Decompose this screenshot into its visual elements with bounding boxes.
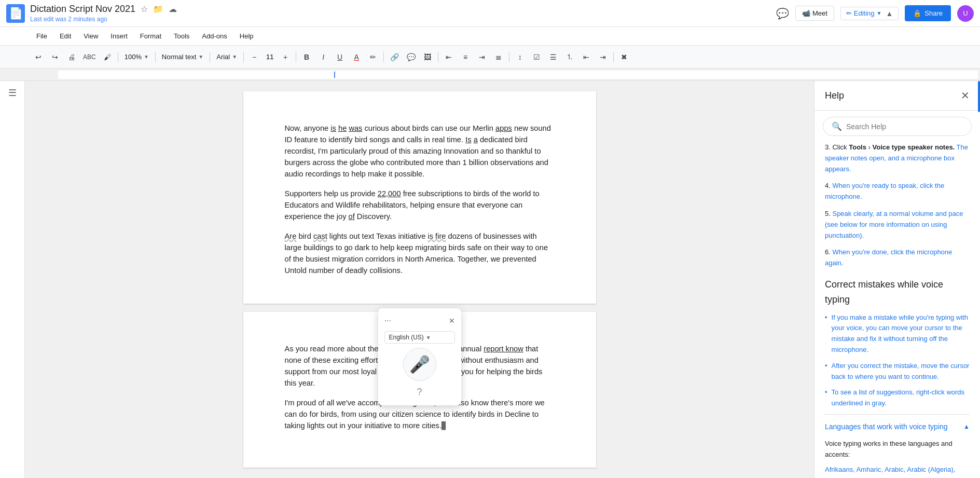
spell-check-button[interactable]: ABC [81, 50, 98, 64]
align-left-button[interactable]: ⇤ [441, 50, 456, 64]
app-logo[interactable]: 📄 [6, 4, 25, 23]
main-layout: ☰ Now, anyone is he was curious about bi… [0, 81, 980, 478]
help-header: Help ✕ [815, 81, 980, 111]
menu-file[interactable]: File [31, 30, 52, 42]
help-bullet-3-text: To see a list of suggestions, right-clic… [832, 387, 970, 409]
languages-list: Afrikaans, Amharic, Arabic, Arabic (Alge… [825, 465, 970, 478]
underline-button[interactable]: U [333, 50, 347, 64]
help-search-input[interactable] [846, 122, 963, 131]
style-value: Normal text [162, 53, 196, 61]
page1-para1[interactable]: Now, anyone is he was curious about bird… [285, 122, 555, 180]
comment-button[interactable]: 💬 [776, 7, 789, 20]
menu-tools[interactable]: Tools [169, 30, 195, 42]
print-button[interactable]: 🖨 [64, 50, 79, 64]
bold-button[interactable]: B [299, 50, 314, 64]
avatar[interactable]: U [957, 5, 974, 22]
languages-chevron-icon: ▲ [963, 422, 970, 432]
help-step-4: 4. When you're ready to speak, click the… [825, 181, 970, 202]
menu-addons[interactable]: Add-ons [197, 30, 232, 42]
toolbar-sep-8 [509, 52, 509, 62]
bullet-list-button[interactable]: ☰ [546, 50, 560, 64]
microphone-button[interactable]: 🎤 [403, 348, 436, 381]
voice-language-selector[interactable]: English (US) ▼ [384, 331, 455, 344]
languages-title: Languages that work with voice typing [825, 421, 948, 432]
clear-format-button[interactable]: ✖ [617, 50, 631, 64]
folder-icon[interactable]: 📁 [153, 4, 163, 14]
justify-button[interactable]: ≣ [491, 50, 506, 64]
sidebar-toggle[interactable]: ☰ [0, 81, 25, 478]
help-panel: Help ✕ 🔍 3. Click Tools › Voice type spe… [814, 81, 980, 478]
voice-help-button[interactable]: ? [417, 385, 422, 399]
page1-para3[interactable]: Are bird cast lights out text Texas init… [285, 230, 555, 276]
redo-button[interactable]: ↪ [48, 50, 62, 64]
align-right-button[interactable]: ⇥ [475, 50, 489, 64]
indent-less-button[interactable]: ⇤ [579, 50, 593, 64]
languages-collapsible[interactable]: Languages that work with voice typing ▲ [825, 414, 970, 439]
voice-modal-close-button[interactable]: ✕ [449, 316, 455, 326]
font-size-increase-button[interactable]: + [278, 50, 293, 64]
undo-button[interactable]: ↩ [31, 50, 46, 64]
share-label: Share [924, 9, 943, 17]
help-bullet-2: After you correct the mistake, move the … [825, 361, 970, 383]
star-icon[interactable]: ☆ [141, 4, 148, 14]
help-bullet-3: To see a list of suggestions, right-clic… [825, 387, 970, 409]
font-value: Arial [216, 53, 230, 61]
checklist-button[interactable]: ☑ [529, 50, 544, 64]
page1-para2[interactable]: Supporters help us provide 22,000 free s… [285, 188, 555, 222]
help-content: 3. Click Tools › Voice type speaker note… [815, 142, 980, 478]
doc-title: Dictation Script Nov 2021 [30, 4, 135, 15]
blue-accent-bar [978, 81, 980, 112]
ruler [0, 69, 980, 81]
style-dropdown[interactable]: Normal text ▼ [159, 50, 206, 64]
help-close-button[interactable]: ✕ [961, 89, 970, 102]
share-lock-icon: 🔒 [913, 9, 921, 17]
header-right: 💬 📹 Meet ✏ Editing ▼ ▲ 🔒 Share U [776, 5, 974, 22]
editing-collapse-icon[interactable]: ▲ [886, 9, 893, 18]
last-edit[interactable]: Last edit was 2 minutes ago [30, 16, 771, 23]
font-dropdown[interactable]: Arial ▼ [213, 50, 240, 64]
sidebar-toggle-icon: ☰ [8, 87, 17, 99]
cloud-icon[interactable]: ☁ [169, 4, 177, 14]
help-step-5: 5. Speak clearly, at a normal volume and… [825, 209, 970, 241]
meet-button[interactable]: 📹 Meet [795, 6, 834, 21]
menu-help[interactable]: Help [234, 30, 259, 42]
voice-typing-modal: ··· ✕ English (US) ▼ 🎤 ? [378, 308, 461, 405]
paint-format-button[interactable]: 🖌 [100, 50, 115, 64]
font-size-decrease-button[interactable]: − [247, 50, 261, 64]
image-button[interactable]: 🖼 [420, 50, 435, 64]
help-bullet-2-text: After you correct the mistake, move the … [832, 361, 970, 383]
font-size-value: 11 [264, 53, 276, 61]
editing-mode-label: Editing [854, 9, 875, 17]
editing-mode-dropdown[interactable]: ✏ Editing ▼ ▲ [840, 7, 899, 20]
ruler-bar [58, 71, 978, 79]
share-button[interactable]: 🔒 Share [905, 5, 951, 21]
menu-view[interactable]: View [78, 30, 103, 42]
zoom-dropdown[interactable]: 100% ▼ [121, 50, 152, 64]
help-bullet-1-text: If you make a mistake while you're typin… [832, 312, 970, 356]
italic-button[interactable]: I [316, 50, 330, 64]
help-bullet-1: If you make a mistake while you're typin… [825, 312, 970, 356]
menu-edit[interactable]: Edit [54, 30, 76, 42]
menu-format[interactable]: Format [135, 30, 167, 42]
text-color-button[interactable]: A [349, 50, 364, 64]
menu-bar: File Edit View Insert Format Tools Add-o… [0, 27, 980, 46]
voice-modal-top: ··· ✕ [384, 315, 455, 327]
correct-mistakes-title: Correct mistakes while voice typing [825, 277, 970, 307]
help-step-3: 3. Click Tools › Voice type speaker note… [825, 142, 970, 174]
numbered-list-button[interactable]: ⒈ [562, 50, 577, 64]
comment-inline-button[interactable]: 💬 [404, 50, 418, 64]
help-search[interactable]: 🔍 [823, 117, 972, 136]
menu-insert[interactable]: Insert [105, 30, 133, 42]
align-center-button[interactable]: ≡ [458, 50, 473, 64]
zoom-value: 100% [125, 53, 142, 61]
line-spacing-button[interactable]: ↕ [513, 50, 527, 64]
voice-modal-options-button[interactable]: ··· [384, 315, 391, 327]
font-arrow-icon: ▼ [232, 54, 237, 60]
link-button[interactable]: 🔗 [387, 50, 402, 64]
highlight-button[interactable]: ✏ [366, 50, 380, 64]
zoom-arrow-icon: ▼ [144, 54, 149, 60]
document-area[interactable]: Now, anyone is he was curious about bird… [25, 81, 814, 478]
toolbar-sep-2 [155, 52, 156, 62]
toolbar-sep-6 [383, 52, 384, 62]
indent-more-button[interactable]: ⇥ [596, 50, 610, 64]
